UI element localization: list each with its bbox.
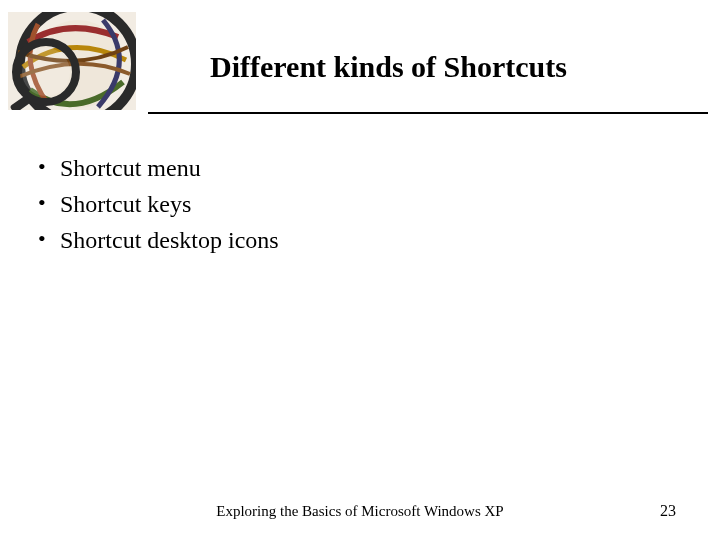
body-content: Shortcut menu Shortcut keys Shortcut des…: [38, 150, 660, 258]
footer-text: Exploring the Basics of Microsoft Window…: [0, 503, 720, 520]
page-number: 23: [660, 502, 676, 520]
slide-title: Different kinds of Shortcuts: [210, 50, 567, 84]
list-item: Shortcut menu: [38, 150, 660, 186]
logo-image-icon: [8, 12, 136, 110]
decorative-logo: [8, 12, 136, 110]
list-item: Shortcut keys: [38, 186, 660, 222]
svg-point-5: [22, 48, 70, 96]
title-underline: [148, 112, 708, 114]
list-item: Shortcut desktop icons: [38, 222, 660, 258]
bullet-list: Shortcut menu Shortcut keys Shortcut des…: [38, 150, 660, 258]
slide: Different kinds of Shortcuts Shortcut me…: [0, 0, 720, 540]
title-row: Different kinds of Shortcuts: [0, 12, 720, 122]
